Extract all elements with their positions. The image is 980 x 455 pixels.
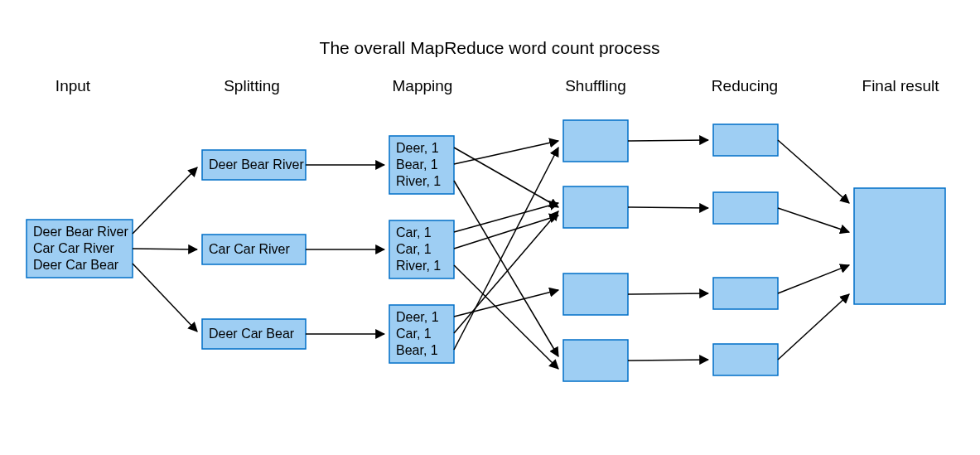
map-2-2: Bear, 1 [396,343,438,357]
svg-line-2 [133,264,197,332]
map-2-0: Deer, 1 [396,310,439,324]
shuffle-box-0 [563,120,628,162]
shuffle-box-3 [563,340,628,381]
reduce-box-3 [713,344,778,375]
result-box [854,188,945,304]
map-2-1: Car, 1 [396,327,432,341]
map-1-0: Car, 1 [396,225,432,240]
split-text-2: Deer Car Bear [209,327,295,341]
reduce-box-0 [713,124,778,156]
input-line-2: Deer Car Bear [33,258,119,272]
shuffle-box-2 [563,273,628,315]
map-1-1: Car, 1 [396,242,432,256]
svg-line-10 [454,215,558,249]
svg-line-20 [778,208,849,232]
svg-line-7 [454,141,558,164]
split-text-1: Car Car River [209,242,290,256]
map-0-1: Bear, 1 [396,157,438,172]
col-map: Mapping [393,77,453,94]
shuffle-box-1 [563,186,628,228]
svg-line-12 [454,290,558,317]
reduce-box-1 [713,192,778,224]
input-line-1: Car Car River [33,241,114,255]
svg-line-11 [454,265,558,369]
svg-line-21 [778,265,849,293]
svg-line-15 [628,140,708,141]
svg-line-17 [628,293,708,294]
col-shuffle: Shuffling [565,77,626,94]
reduce-box-2 [713,278,778,309]
col-split: Splitting [224,77,280,94]
svg-line-16 [628,207,708,208]
col-reduce: Reducing [712,77,778,94]
mapreduce-diagram: The overall MapReduce word count process… [0,0,980,455]
col-input: Input [56,77,91,94]
svg-line-1 [133,249,197,249]
input-line-0: Deer Bear River [33,225,128,239]
svg-line-18 [628,360,708,361]
svg-line-13 [454,211,558,333]
svg-line-0 [133,167,197,234]
svg-line-19 [778,140,849,203]
diagram-title: The overall MapReduce word count process [320,38,660,57]
map-0-2: River, 1 [396,174,441,188]
col-result: Final result [862,77,940,94]
map-0-0: Deer, 1 [396,141,439,155]
svg-line-22 [778,294,849,360]
map-1-2: River, 1 [396,259,441,273]
split-text-0: Deer Bear River [209,157,304,172]
